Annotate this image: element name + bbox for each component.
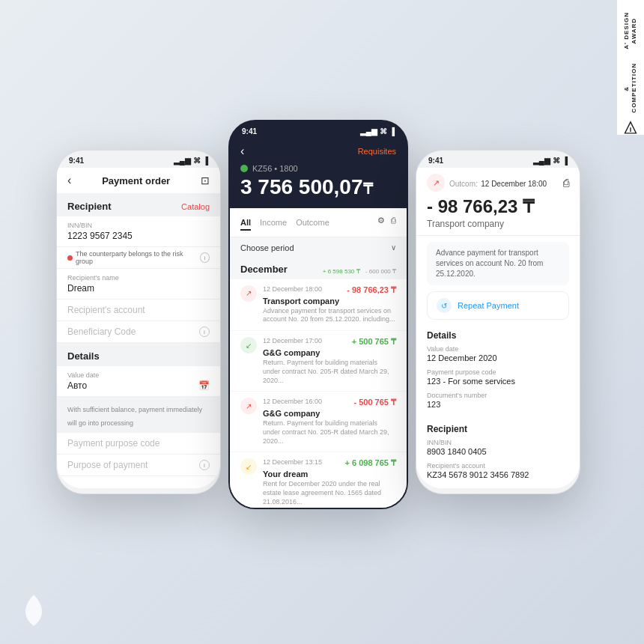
- recipient-account-field[interactable]: Recipient's account: [57, 300, 220, 321]
- tab-outcome[interactable]: Outcome: [296, 216, 329, 231]
- status-bar-center: 9:41 ▂▄▆ ⌘ ▐: [230, 121, 407, 139]
- filter-action-icons: ⚙ ⎙: [377, 216, 396, 231]
- risk-text: The counterparty belongs to the risk gro…: [76, 250, 197, 265]
- tab-all[interactable]: All: [240, 216, 251, 231]
- purpose-of-payment-label: Purpose of payment: [67, 460, 148, 470]
- outcome-info: ↗ Outcom: 12 December 18:00: [427, 174, 547, 192]
- time-right: 9:41: [428, 157, 443, 165]
- time-center: 9:41: [242, 127, 257, 136]
- risk-info-icon[interactable]: i: [200, 252, 210, 263]
- tx-time-1: 12 December 18:00: [263, 285, 322, 293]
- transaction-item-2[interactable]: ↙ 12 December 17:00 + 500 765 ₸ G&G comp…: [230, 331, 407, 391]
- phones-container: 9:41 ▂▄▆ ⌘ ▐ ‹ Payment order ⊡ Recipient…: [30, 120, 607, 509]
- tx-time-4: 12 December 13:15: [263, 458, 322, 466]
- tx-name-2: G&G company: [263, 348, 396, 357]
- tx-amount-4: + 6 098 765 ₸: [345, 458, 396, 468]
- status-bar-right: 9:41 ▂▄▆ ⌘ ▐: [416, 151, 580, 168]
- award-logo-icon: [623, 121, 638, 135]
- recipient-name-label: Recipient's name: [67, 274, 210, 282]
- detail-desc-box: Advance payment for transport services o…: [427, 242, 569, 285]
- award-text: A' DESIGN AWARD: [623, 0, 639, 61]
- bottom-logo-icon: [15, 592, 52, 629]
- transaction-item-4[interactable]: ↙ 12 December 13:15 + 6 098 765 ₸ Your d…: [230, 452, 407, 509]
- filter-icon[interactable]: ⚙: [377, 216, 385, 231]
- share-icon[interactable]: ⎙: [563, 177, 569, 189]
- beneficiary-code-field[interactable]: Beneficiary Code i: [57, 321, 220, 343]
- back-button-left[interactable]: ‹: [67, 174, 71, 187]
- account-row-right: Recipient's account KZ34 5678 9012 3456 …: [427, 462, 569, 479]
- center-screen: All Income Outcome ⚙ ⎙ Choose period ∨ D…: [230, 208, 407, 509]
- scan-icon[interactable]: ⊡: [201, 174, 210, 186]
- screen-right: ↗ Outcom: 12 December 18:00 ⎙ - 98 766,2…: [416, 168, 580, 488]
- account-value-right: KZ34 5678 9012 3456 7892: [427, 470, 569, 479]
- recipient-section-title-right: Recipient: [427, 424, 569, 434]
- document-number-value: 123: [427, 400, 569, 409]
- tx-content-2: 12 December 17:00 + 500 765 ₸ G&G compan…: [263, 337, 396, 385]
- requisites-link[interactable]: Requisites: [358, 147, 396, 156]
- period-chevron: ∨: [391, 243, 396, 252]
- detail-amount: - 98 766,23 ₸: [427, 196, 569, 217]
- details-title: Details: [67, 350, 100, 362]
- balance-note: With sufficient balance, payment immedia…: [57, 397, 220, 433]
- phone-right: 9:41 ▂▄▆ ⌘ ▐ ↗ Outcom: 12 December 18:00: [416, 150, 580, 494]
- back-button-center[interactable]: ‹: [240, 145, 244, 158]
- phone-left: 9:41 ▂▄▆ ⌘ ▐ ‹ Payment order ⊡ Recipient…: [56, 150, 221, 494]
- page-title-left: Payment order: [102, 175, 170, 186]
- tx-amount-1: - 98 766,23 ₸: [347, 285, 396, 295]
- payment-purpose-code-label: Payment purpose code: [67, 438, 210, 449]
- tx-icon-2: ↙: [240, 337, 257, 353]
- catalog-link[interactable]: Catalog: [181, 202, 210, 211]
- repeat-icon: ↺: [437, 298, 452, 313]
- transaction-item-3[interactable]: ↗ 12 December 16:00 - 500 765 ₸ G&G comp…: [230, 392, 407, 452]
- repeat-payment-button[interactable]: ↺ Repeat Payment: [427, 291, 569, 320]
- detail-company: Transport company: [427, 219, 569, 229]
- tx-content-4: 12 December 13:15 + 6 098 765 ₸ Your dre…: [263, 458, 396, 506]
- value-date-field[interactable]: Value date Авто 📅: [57, 366, 220, 397]
- recipient-name-value: Dream: [67, 283, 210, 294]
- nav-header-left: ‹ Payment order ⊡: [57, 168, 220, 193]
- month-income: + 6 598 530 ₸: [323, 268, 360, 275]
- detail-tx-icon: ↗: [427, 174, 445, 192]
- account-info: KZ56 • 1800: [240, 164, 396, 173]
- account-number: KZ56 • 1800: [252, 164, 298, 173]
- calendar-icon[interactable]: 📅: [198, 380, 210, 391]
- transaction-item-1[interactable]: ↗ 12 December 18:00 - 98 766,23 ₸ Transp…: [230, 279, 407, 330]
- filter-tabs: All Income Outcome ⚙ ⎙: [230, 208, 407, 237]
- account-status-dot: [240, 165, 248, 172]
- outcome-label-group: Outcom: 12 December 18:00: [449, 176, 547, 189]
- payment-purpose-code-field[interactable]: Payment purpose code: [57, 433, 220, 455]
- tx-desc-2: Return. Payment for building materials u…: [263, 359, 396, 385]
- recipient-name-field[interactable]: Recipient's name Dream: [57, 269, 220, 300]
- document-number-label: Document's number: [427, 392, 569, 399]
- detail-nav: ↗ Outcom: 12 December 18:00 ⎙: [427, 174, 569, 192]
- inn-value-right: 8903 1840 0405: [427, 447, 569, 456]
- tab-income[interactable]: Income: [260, 216, 287, 231]
- balance-amount: 3 756 500,07₸: [240, 176, 396, 199]
- beneficiary-code-label: Beneficiary Code: [67, 326, 136, 337]
- balance-currency: ₸: [363, 180, 373, 197]
- inn-row-right: INN/BIN 8903 1840 0405: [427, 439, 569, 456]
- tx-name-1: Transport company: [263, 297, 396, 306]
- tx-content-1: 12 December 18:00 - 98 766,23 ₸ Transpor…: [263, 285, 396, 324]
- tx-time-2: 12 December 17:00: [263, 337, 322, 344]
- recipient-title: Recipient: [67, 201, 112, 212]
- month-header-december: December + 6 598 530 ₸ - 600 000 ₸: [230, 258, 407, 279]
- period-selector[interactable]: Choose period ∨: [230, 237, 407, 258]
- purpose-of-payment-field[interactable]: Purpose of payment i: [57, 455, 220, 476]
- award-badge: A' DESIGN AWARD & COMPETITION: [617, 0, 644, 135]
- tx-amount-3: - 500 765 ₸: [353, 398, 396, 407]
- balance-value: 3 756 500,07: [240, 175, 363, 198]
- export-icon[interactable]: ⎙: [391, 216, 396, 231]
- purpose-code-row: Payment purpose code 123 - For some serv…: [427, 368, 569, 386]
- detail-section: Details Value date 12 December 2020 Paym…: [416, 326, 580, 419]
- signal-center: ▂▄▆: [360, 127, 377, 136]
- battery-left: ▐: [203, 157, 208, 165]
- inn-field[interactable]: INN/BIN 1223 9567 2345: [57, 216, 220, 247]
- beneficiary-info-icon[interactable]: i: [199, 326, 210, 337]
- inn-label-right: INN/BIN: [427, 439, 569, 446]
- award-subtext: & COMPETITION: [623, 61, 639, 115]
- purpose-info-icon[interactable]: i: [199, 460, 210, 470]
- purpose-code-value-right: 123 - For some services: [427, 377, 569, 386]
- repeat-text: Repeat Payment: [458, 301, 519, 310]
- wifi-center: ⌘: [380, 127, 387, 136]
